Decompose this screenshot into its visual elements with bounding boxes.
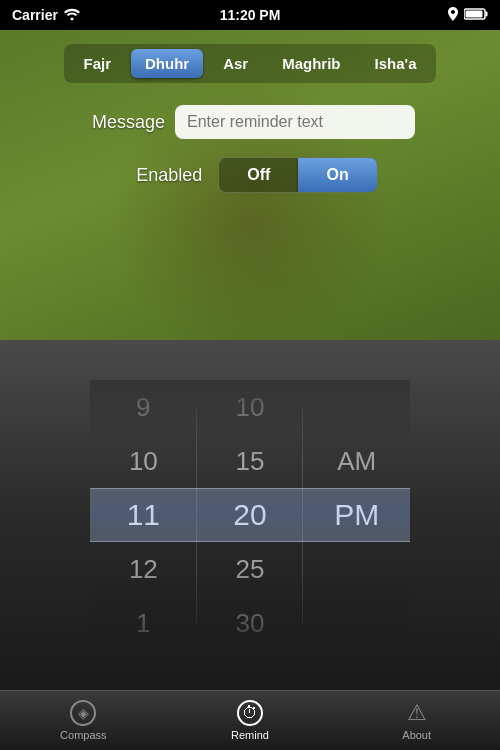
tab-compass-label: Compass — [60, 729, 106, 741]
picker-container: 9 10 11 12 1 10 15 20 25 30 AM PM — [90, 380, 410, 650]
tab-bar: Compass Remind About — [0, 690, 500, 750]
status-time: 11:20 PM — [220, 7, 281, 23]
remind-icon — [237, 700, 263, 726]
picker-item: 1 — [90, 596, 197, 650]
carrier-label: Carrier — [12, 7, 58, 23]
enabled-label: Enabled — [122, 165, 202, 186]
battery-icon — [464, 7, 488, 23]
picker-item — [303, 380, 410, 434]
picker-item: 9 — [90, 380, 197, 434]
location-icon — [448, 7, 458, 24]
picker-item — [303, 542, 410, 596]
svg-rect-2 — [486, 12, 488, 17]
picker-col-hours[interactable]: 9 10 11 12 1 — [90, 380, 197, 650]
enabled-row: Enabled Off On — [122, 157, 377, 193]
tab-asr[interactable]: Asr — [209, 49, 262, 78]
svg-point-0 — [70, 18, 73, 21]
picker-item: 10 — [197, 380, 304, 434]
toggle-group: Off On — [218, 157, 377, 193]
tab-ishaa[interactable]: Isha'a — [361, 49, 431, 78]
picker-item-selected: 11 — [90, 488, 197, 542]
picker-item: 25 — [197, 542, 304, 596]
status-bar: Carrier 11:20 PM — [0, 0, 500, 30]
compass-icon — [70, 700, 96, 726]
picker-columns: 9 10 11 12 1 10 15 20 25 30 AM PM — [90, 380, 410, 650]
about-icon — [404, 700, 430, 726]
prayer-tabs: Fajr Dhuhr Asr Maghrib Isha'a — [64, 44, 437, 83]
picker-item: 30 — [197, 596, 304, 650]
tab-compass[interactable]: Compass — [0, 691, 167, 750]
picker-section: 9 10 11 12 1 10 15 20 25 30 AM PM — [0, 340, 500, 690]
tab-about[interactable]: About — [333, 691, 500, 750]
toggle-on[interactable]: On — [298, 158, 376, 192]
tab-about-label: About — [402, 729, 431, 741]
tab-fajr[interactable]: Fajr — [70, 49, 126, 78]
message-row: Message — [85, 105, 415, 139]
picker-item: AM — [303, 434, 410, 488]
tab-dhuhr[interactable]: Dhuhr — [131, 49, 203, 78]
picker-item: 12 — [90, 542, 197, 596]
picker-item — [303, 596, 410, 650]
tab-remind-label: Remind — [231, 729, 269, 741]
status-right — [448, 7, 488, 24]
status-left: Carrier — [12, 7, 80, 23]
svg-rect-3 — [466, 11, 483, 18]
picker-item-selected: PM — [303, 488, 410, 542]
picker-col-minutes[interactable]: 10 15 20 25 30 — [197, 380, 304, 650]
wifi-icon — [64, 7, 80, 23]
message-label: Message — [85, 112, 165, 133]
message-input[interactable] — [175, 105, 415, 139]
picker-item-selected: 20 — [197, 488, 304, 542]
top-section: Fajr Dhuhr Asr Maghrib Isha'a Message En… — [0, 30, 500, 340]
picker-item: 15 — [197, 434, 304, 488]
picker-item: 10 — [90, 434, 197, 488]
picker-col-ampm[interactable]: AM PM — [303, 380, 410, 650]
tab-remind[interactable]: Remind — [167, 691, 334, 750]
tab-maghrib[interactable]: Maghrib — [268, 49, 354, 78]
toggle-off[interactable]: Off — [219, 158, 298, 192]
